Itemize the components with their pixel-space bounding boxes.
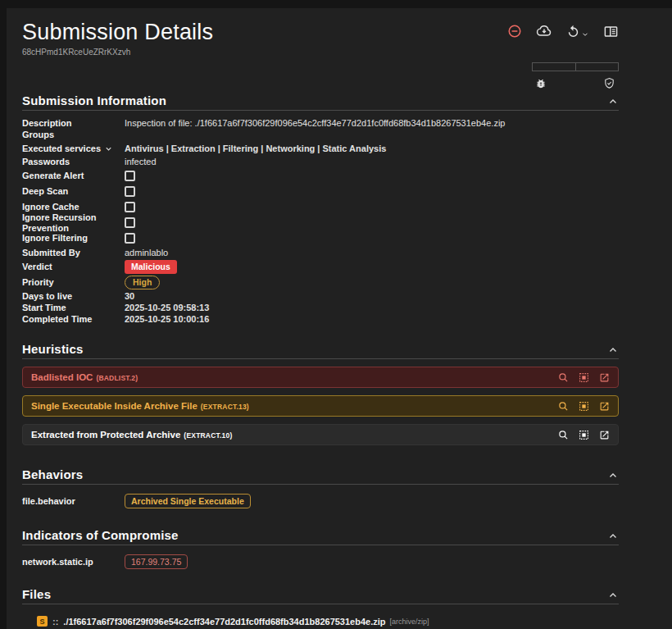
ignore-filtering-checkbox[interactable] (125, 233, 135, 244)
section-header: Heuristics (22, 342, 619, 359)
open-in-new-icon (599, 401, 610, 412)
info-row-executed-services: Executed services Antivirus | Extraction… (22, 144, 619, 154)
open-in-new-button[interactable] (599, 430, 610, 440)
info-row-start-time: Start Time 2025-10-25 09:58:13 (22, 303, 619, 313)
file-name: ./1f6617a6f7f306f29f096e54c2cff34e77d2d1… (63, 617, 385, 627)
section-title: Submission Information (22, 93, 607, 107)
info-label: Submitted By (22, 248, 125, 258)
mark-malicious-button[interactable] (535, 77, 547, 89)
delete-submission-button[interactable] (507, 24, 522, 39)
search-icon (558, 372, 569, 383)
select-related-button[interactable] (579, 401, 589, 412)
info-label: Verdict (22, 262, 125, 272)
heuristic-name: Badlisted IOC (31, 372, 93, 382)
heuristic-name: Extracted from Protected Archive (31, 430, 180, 440)
file-row-zip[interactable]: S :: ./1f6617a6f7f306f29f096e54c2cff34e7… (37, 616, 619, 627)
heuristic-row-single-executable[interactable]: Single Executable Inside Archive File (E… (22, 395, 619, 417)
chevron-down-icon[interactable] (104, 144, 113, 153)
section-indicators-of-compromise: Indicators of Compromise network.static.… (22, 528, 619, 569)
select-all-icon (579, 401, 589, 412)
info-row-passwords: Passwords infected (22, 157, 619, 167)
info-label: Ignore Filtering (22, 233, 125, 244)
info-label: Passwords (22, 157, 125, 167)
download-file-button[interactable] (536, 23, 552, 39)
info-label: Days to live (22, 291, 125, 302)
info-label: Start Time (22, 303, 125, 313)
submission-id: 68cHPmd1KRceUeZRrKXzvh (22, 48, 619, 57)
heuristic-actions (558, 401, 610, 412)
remove-circle-icon (507, 24, 522, 39)
section-header: Indicators of Compromise (22, 528, 619, 545)
info-row-ignore-filtering: Ignore Filtering (22, 232, 619, 244)
section-heuristics: Heuristics Badlisted IOC (BADLIST.2) (22, 342, 619, 445)
select-related-button[interactable] (579, 372, 589, 383)
heuristic-title: Extracted from Protected Archive (EXTRAC… (31, 430, 558, 440)
open-in-new-button[interactable] (599, 401, 610, 412)
ignore-cache-checkbox[interactable] (125, 202, 135, 212)
mark-safe-button[interactable] (603, 77, 615, 89)
info-label: Ignore Cache (22, 202, 125, 212)
info-value: adminlablo (125, 248, 168, 258)
ioc-tag[interactable]: 167.99.73.75 (125, 554, 188, 569)
info-value: 2025-10-25 10:00:16 (125, 314, 209, 325)
reader-mode-icon (603, 24, 619, 39)
deep-scan-checkbox[interactable] (125, 186, 135, 197)
search-heuristic-button[interactable] (558, 401, 569, 412)
chevron-down-icon (581, 30, 589, 39)
section-header: Files (22, 587, 619, 604)
open-in-new-button[interactable] (599, 372, 610, 383)
info-row-groups: Groups (22, 130, 619, 140)
search-icon (558, 430, 569, 440)
replay-icon (566, 25, 580, 39)
file-type: [archive/zip] (390, 618, 429, 626)
collapse-section-button[interactable] (607, 344, 619, 356)
info-label: Generate Alert (22, 171, 125, 181)
ignore-recursion-prevention-checkbox[interactable] (125, 217, 135, 228)
generate-alert-checkbox[interactable] (125, 171, 135, 181)
report-view-button[interactable] (603, 24, 619, 39)
chevron-up-icon (607, 590, 619, 601)
heuristic-title: Single Executable Inside Archive File (E… (31, 401, 558, 411)
info-row-submitted-by: Submitted By adminlablo (22, 248, 619, 258)
behavior-tag[interactable]: Archived Single Executable (125, 494, 251, 508)
collapse-section-button[interactable] (607, 470, 619, 481)
section-header: Submission Information (22, 93, 619, 111)
ioc-row: network.static.ip 167.99.73.75 (22, 554, 619, 569)
resubmit-button[interactable] (566, 25, 589, 39)
collapse-section-button[interactable] (607, 590, 619, 601)
info-label: Executed services (22, 144, 125, 154)
section-header: Behaviors (22, 467, 619, 485)
shield-check-icon (603, 77, 615, 89)
info-value: 30 (125, 291, 134, 302)
tag-type-label: file.behavior (22, 496, 125, 506)
heuristic-actions (558, 430, 610, 440)
open-in-new-icon (599, 372, 610, 383)
info-row-ignore-recursion-prevention: Ignore Recursion Prevention (22, 217, 619, 229)
behavior-row: file.behavior Archived Single Executable (22, 494, 619, 508)
header-actions (507, 23, 619, 39)
verdict-badge: Malicious (125, 260, 177, 274)
info-row-days-to-live: Days to live 30 (22, 291, 619, 302)
select-related-button[interactable] (579, 430, 589, 440)
verdict-malicious-count[interactable] (532, 62, 576, 71)
info-label-text: Executed services (22, 144, 101, 154)
collapse-section-button[interactable] (607, 96, 619, 107)
priority-badge: High (125, 276, 160, 289)
section-behaviors: Behaviors file.behavior Archived Single … (22, 467, 619, 508)
section-files: Files S :: ./1f6617a6f7f306f29f096e54c2c… (22, 587, 619, 629)
heuristic-row-extracted-protected-archive[interactable]: Extracted from Protected Archive (EXTRAC… (22, 424, 619, 445)
search-heuristic-button[interactable] (558, 430, 569, 440)
search-icon (558, 401, 569, 412)
heuristics-list: Badlisted IOC (BADLIST.2) Single Executa… (22, 367, 619, 445)
info-label: Ignore Recursion Prevention (22, 212, 125, 234)
file-verdict-badge: S (37, 616, 48, 627)
search-heuristic-button[interactable] (558, 372, 569, 383)
info-row-description: Description Inspection of file: ./1f6617… (22, 118, 619, 129)
chevron-up-icon (607, 531, 619, 542)
heuristic-row-badlisted-ioc[interactable]: Badlisted IOC (BADLIST.2) (22, 367, 619, 388)
info-label: Priority (22, 277, 125, 288)
section-title: Behaviors (22, 467, 607, 481)
verdict-safe-count[interactable] (576, 62, 620, 71)
collapse-section-button[interactable] (607, 531, 619, 542)
heuristic-name: Single Executable Inside Archive File (31, 401, 198, 411)
